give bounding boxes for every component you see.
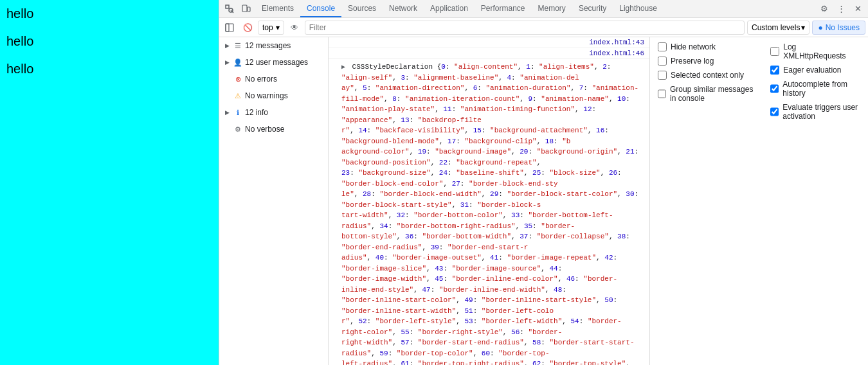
sidebar-item-warnings[interactable]: ⚠ No warnings	[219, 87, 328, 104]
expand-errors-icon	[223, 75, 231, 83]
console-sidebar: ▶ ☰ 12 messages ▶ 👤 12 user messages ⊗ N…	[219, 37, 329, 365]
sidebar-item-user[interactable]: ▶ 👤 12 user messages	[219, 54, 328, 71]
selected-context-checkbox[interactable]	[658, 71, 667, 80]
setting-autocomplete: Autocomplete from history	[770, 80, 860, 98]
hide-network-label: Hide network	[671, 42, 716, 51]
setting-eval-triggers: Evaluate triggers user activation	[770, 103, 860, 121]
eager-eval-checkbox[interactable]	[770, 66, 779, 75]
tab-elements[interactable]: Elements	[255, 0, 300, 17]
tab-network[interactable]: Network	[383, 0, 424, 17]
error-icon: ⊗	[233, 75, 242, 84]
hello-2: hello	[6, 34, 212, 49]
webpage-preview: hello hello hello	[0, 0, 219, 365]
log-xml-label: Log XMLHttpRequests	[783, 42, 860, 60]
css-expand-icon[interactable]: ▶	[341, 62, 348, 72]
filter-input[interactable]	[305, 21, 745, 35]
group-similar-label: Group similar messages in console	[670, 85, 755, 103]
expand-messages-icon: ▶	[223, 42, 231, 49]
eval-triggers-checkbox[interactable]	[770, 107, 779, 116]
sidebar-user-label: 12 user messages	[245, 58, 308, 67]
devtools-tab-bar: Elements Console Sources Network Applica…	[219, 0, 868, 18]
sidebar-messages-label: 12 messages	[245, 41, 291, 50]
log-xml-checkbox[interactable]	[770, 47, 779, 56]
sidebar-verbose-label: No verbose	[245, 125, 284, 134]
preserve-log-checkbox[interactable]	[658, 57, 667, 66]
settings-icon[interactable]: ⚙	[817, 1, 832, 17]
setting-preserve-log: Preserve log	[658, 57, 755, 66]
ref-46[interactable]: index.html:46	[589, 49, 644, 57]
custom-levels-label: Custom levels	[752, 23, 800, 32]
autocomplete-label: Autocomplete from history	[782, 80, 860, 98]
device-toggle-icon[interactable]	[239, 1, 254, 17]
user-icon: 👤	[233, 58, 242, 67]
expand-warnings-icon	[223, 92, 231, 100]
tab-memory[interactable]: Memory	[532, 0, 572, 17]
svg-rect-2	[242, 5, 247, 12]
devtools-panel: Elements Console Sources Network Applica…	[219, 0, 868, 365]
custom-levels-icon: ▾	[801, 23, 805, 32]
info-icon: ℹ	[233, 108, 242, 117]
verbose-icon: ⚙	[233, 125, 242, 134]
eye-icon[interactable]: 👁	[287, 20, 302, 35]
toolbar-right-icons: ⚙ ⋮ ✕	[817, 1, 865, 17]
selected-context-label: Selected context only	[671, 71, 744, 80]
svg-rect-5	[226, 24, 233, 31]
tab-performance[interactable]: Performance	[475, 0, 532, 17]
setting-hide-network: Hide network	[658, 42, 755, 51]
no-issues-label: No Issues	[826, 23, 860, 32]
sidebar-item-verbose[interactable]: ⚙ No verbose	[219, 121, 328, 138]
settings-right: Log XMLHttpRequests Eager evaluation Aut…	[770, 42, 860, 121]
sidebar-toggle-icon[interactable]	[222, 20, 237, 35]
setting-group-similar: Group similar messages in console	[658, 85, 755, 103]
hide-network-checkbox[interactable]	[658, 42, 667, 51]
messages-icon: ☰	[233, 41, 242, 50]
expand-info-icon: ▶	[223, 109, 231, 116]
eager-eval-label: Eager evaluation	[783, 66, 841, 75]
setting-selected-context: Selected context only	[658, 71, 755, 80]
ref-43[interactable]: index.html:43	[589, 39, 644, 46]
devtools-main: ▶ ☰ 12 messages ▶ 👤 12 user messages ⊗ N…	[219, 37, 868, 365]
tab-application[interactable]: Application	[424, 0, 475, 17]
custom-levels-button[interactable]: Custom levels ▾	[747, 21, 809, 35]
secondary-toolbar: 🚫 top ▾ 👁 Custom levels ▾ ● No Issues	[219, 18, 868, 37]
sidebar-item-messages[interactable]: ▶ ☰ 12 messages	[219, 37, 328, 54]
warning-icon: ⚠	[233, 91, 242, 100]
hello-1: hello	[6, 6, 212, 21]
tab-console[interactable]: Console	[300, 0, 341, 17]
group-similar-checkbox[interactable]	[658, 89, 666, 98]
context-select[interactable]: top ▾	[258, 21, 284, 35]
clear-console-icon[interactable]: 🚫	[240, 20, 255, 35]
sidebar-item-info[interactable]: ▶ ℹ 12 info	[219, 104, 328, 121]
console-output[interactable]: index.html:43 index.html:46 ▶ CSSStyleDe…	[329, 37, 649, 365]
expand-verbose-icon	[223, 125, 231, 133]
sidebar-info-label: 12 info	[245, 108, 268, 117]
more-options-icon[interactable]: ⋮	[833, 1, 849, 17]
setting-log-xml: Log XMLHttpRequests	[770, 42, 860, 60]
devtools-tabs: Elements Console Sources Network Applica…	[255, 0, 815, 17]
css-declaration-text: CSSStyleDeclaration {0: "align-content",…	[341, 63, 638, 365]
hello-3: hello	[6, 62, 212, 76]
no-issues-badge[interactable]: ● No Issues	[812, 21, 865, 35]
css-declaration-block[interactable]: ▶ CSSStyleDeclaration {0: "align-content…	[329, 59, 649, 365]
context-dropdown-icon: ▾	[276, 23, 280, 32]
close-devtools-icon[interactable]: ✕	[850, 1, 865, 17]
sidebar-item-errors[interactable]: ⊗ No errors	[219, 71, 328, 87]
expand-user-icon: ▶	[223, 58, 231, 66]
inspect-element-icon[interactable]	[222, 1, 237, 17]
eval-triggers-label: Evaluate triggers user activation	[782, 103, 860, 121]
context-value: top	[262, 23, 273, 32]
top-refs: index.html:43	[329, 37, 649, 48]
autocomplete-checkbox[interactable]	[770, 84, 779, 93]
sidebar-errors-label: No errors	[245, 75, 277, 84]
tab-security[interactable]: Security	[572, 0, 613, 17]
svg-rect-4	[226, 24, 229, 31]
settings-left: Hide network Preserve log Selected conte…	[658, 42, 755, 121]
svg-rect-3	[248, 7, 250, 12]
top-refs-2: index.html:46	[329, 48, 649, 59]
preserve-log-label: Preserve log	[671, 57, 714, 66]
no-issues-dot: ●	[818, 23, 822, 32]
tab-sources[interactable]: Sources	[341, 0, 383, 17]
setting-eager-eval: Eager evaluation	[770, 66, 860, 75]
tab-lighthouse[interactable]: Lighthouse	[613, 0, 664, 17]
sidebar-warnings-label: No warnings	[245, 91, 288, 100]
